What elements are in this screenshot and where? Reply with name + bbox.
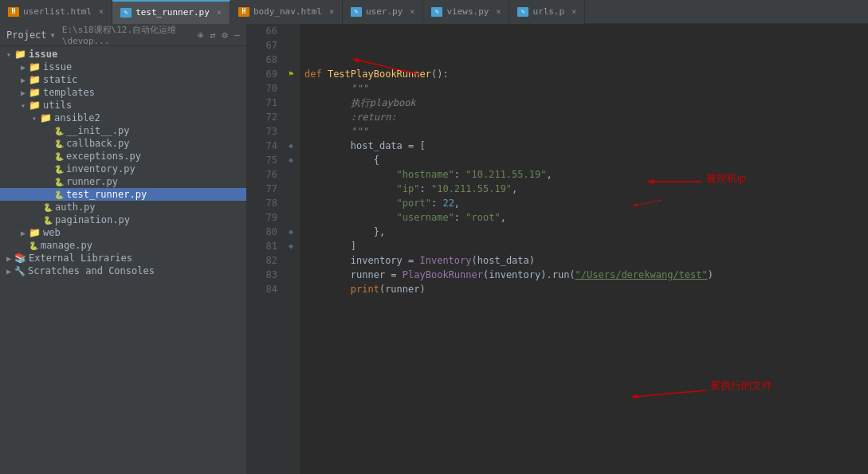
gutter-72	[282, 110, 300, 124]
tree-item-auth[interactable]: 🐍 auth.py	[0, 201, 246, 213]
line-73: 73	[247, 124, 282, 139]
tree-label: ansible2	[54, 112, 100, 123]
folder-icon: 📁	[29, 74, 41, 85]
tree-item-init[interactable]: 🐍 __init__.py	[0, 124, 246, 137]
tree-item-templates[interactable]: ▶ 📁 templates	[0, 86, 246, 99]
tree-label: static	[43, 74, 77, 85]
tree-item-scratches[interactable]: ▶ 🔧 Scratches and Consoles	[0, 264, 246, 277]
expand-arrow-icon: ▶	[18, 88, 29, 97]
project-icons: ⊕ ⇄ ⚙ —	[198, 29, 240, 41]
code-line-78: "port": 22,	[304, 196, 868, 210]
code-line-76: "hostname": "10.211.55.19",	[304, 167, 868, 182]
tree-item-issue-root[interactable]: ▾ 📁 issue	[0, 48, 246, 61]
tree-label: __init__.py	[66, 125, 129, 136]
tree-label: callback.py	[66, 138, 129, 149]
py-file-icon: 🐍	[54, 127, 64, 135]
close-icon[interactable]: ×	[329, 7, 334, 16]
py-file-icon: 🐍	[54, 178, 64, 186]
code-content[interactable]: def TestPlayBookRunner(): """ 执行playbook…	[300, 24, 868, 474]
gutter-78	[282, 196, 300, 210]
html-icon: H	[238, 7, 249, 17]
tree-item-static[interactable]: ▶ 📁 static	[0, 73, 246, 86]
tree-item-issue[interactable]: ▶ 📁 issue	[0, 61, 246, 73]
sidebar: Project ▾ E:\s18课程\12.自动化运维\devop... ⊕ ⇄…	[0, 24, 247, 474]
lib-icon: 📚	[14, 253, 26, 264]
gutter: ⚑ ◆ ◆ ◆ ◆	[282, 24, 300, 474]
tree-item-ext-libs[interactable]: ▶ 📚 External Libraries	[0, 252, 246, 264]
project-title: Project	[6, 29, 47, 41]
close-icon[interactable]: ×	[410, 7, 414, 16]
code-line-72: :return:	[304, 110, 868, 124]
tree-item-test-runner[interactable]: 🐍 test_runner.py	[0, 188, 246, 201]
tree-label: issue	[43, 61, 72, 72]
project-header[interactable]: Project ▾ E:\s18课程\12.自动化运维\devop... ⊕ ⇄…	[0, 24, 246, 46]
gutter-80: ◆	[282, 225, 300, 239]
gutter-70	[282, 81, 300, 96]
tab-label: test_runner.py	[136, 7, 210, 18]
tree-item-pagination[interactable]: 🐍 pagination.py	[0, 213, 246, 226]
tree-item-runner[interactable]: 🐍 runner.py	[0, 175, 246, 188]
tree-label: exceptions.py	[66, 151, 141, 162]
tab-body-nav[interactable]: H body_nav.html ×	[230, 0, 343, 24]
line-83: 83	[247, 268, 282, 282]
minus-icon[interactable]: —	[234, 29, 240, 41]
tree-item-manage[interactable]: 🐍 manage.py	[0, 239, 246, 252]
gutter-73	[282, 124, 300, 139]
code-editor[interactable]: 66 67 68 69 70 71 72 73 74 75 76 77 78 7…	[247, 24, 868, 474]
code-line-75: {	[304, 153, 868, 167]
py-file-icon: 🐍	[54, 165, 64, 174]
close-icon[interactable]: ×	[496, 7, 501, 16]
code-line-66	[304, 24, 868, 38]
gear-icon[interactable]: ⚙	[222, 29, 228, 41]
tree-item-callback[interactable]: 🐍 callback.py	[0, 137, 246, 150]
tree-label: inventory.py	[66, 163, 136, 174]
gutter-76	[282, 167, 300, 182]
dropdown-arrow-icon[interactable]: ▾	[50, 29, 56, 41]
app: H userlist.html × ✎ test_runner.py × H b…	[0, 0, 868, 474]
tree-label: runner.py	[66, 176, 118, 187]
tab-views[interactable]: ✎ views.py ×	[423, 0, 509, 24]
svg-line-4	[634, 390, 706, 397]
tab-urls[interactable]: ✎ urls.p ×	[509, 0, 585, 24]
py-file-icon: 🐍	[54, 152, 64, 161]
tree-item-utils[interactable]: ▾ 📁 utils	[0, 99, 246, 112]
editor-inner: 66 67 68 69 70 71 72 73 74 75 76 77 78 7…	[247, 24, 868, 474]
tab-userlist[interactable]: H userlist.html ×	[0, 0, 112, 24]
tree-label: issue	[29, 49, 57, 60]
settings-icon[interactable]: ⇄	[210, 29, 215, 41]
tree-label: templates	[43, 87, 95, 98]
tab-bar: H userlist.html × ✎ test_runner.py × H b…	[0, 0, 868, 24]
annotation-text-file: 要执行的文件	[710, 378, 772, 393]
line-numbers: 66 67 68 69 70 71 72 73 74 75 76 77 78 7…	[247, 24, 282, 474]
tab-label: userlist.html	[23, 6, 92, 17]
add-icon[interactable]: ⊕	[198, 29, 203, 41]
close-icon[interactable]: ×	[217, 8, 222, 17]
tab-test-runner[interactable]: ✎ test_runner.py ×	[112, 0, 230, 24]
tree-item-web[interactable]: ▶ 📁 web	[0, 226, 246, 239]
close-icon[interactable]: ×	[99, 7, 104, 16]
code-line-83: runner = PlayBookRunner(inventory).run("…	[304, 268, 868, 282]
tree-label: test_runner.py	[66, 189, 147, 200]
tree-item-ansible2[interactable]: ▾ 📁 ansible2	[0, 112, 246, 124]
py-icon: ✎	[120, 8, 132, 18]
gutter-74: ◆	[282, 139, 300, 153]
py-icon: ✎	[351, 7, 362, 17]
tree-item-exceptions[interactable]: 🐍 exceptions.py	[0, 150, 246, 163]
tree-item-inventory[interactable]: 🐍 inventory.py	[0, 163, 246, 175]
line-79: 79	[247, 210, 282, 225]
annotation-text-ip: 被控机ip	[706, 171, 745, 186]
code-line-67	[304, 38, 868, 53]
code-line-77: "ip": "10.211.55.19",	[304, 182, 868, 196]
close-icon[interactable]: ×	[571, 7, 576, 16]
code-line-71: 执行playbook	[304, 96, 868, 110]
tab-user[interactable]: ✎ user.py ×	[343, 0, 423, 24]
gutter-79	[282, 210, 300, 225]
gutter-84	[282, 282, 300, 296]
py-file-icon: 🐍	[43, 203, 53, 212]
folder-icon: 📁	[29, 227, 41, 238]
gutter-82	[282, 253, 300, 268]
expand-arrow-icon: ▶	[18, 63, 29, 72]
code-line-82: inventory = Inventory(host_data)	[304, 253, 868, 268]
py-file-icon: 🐍	[43, 216, 53, 225]
line-66: 66	[247, 24, 282, 38]
